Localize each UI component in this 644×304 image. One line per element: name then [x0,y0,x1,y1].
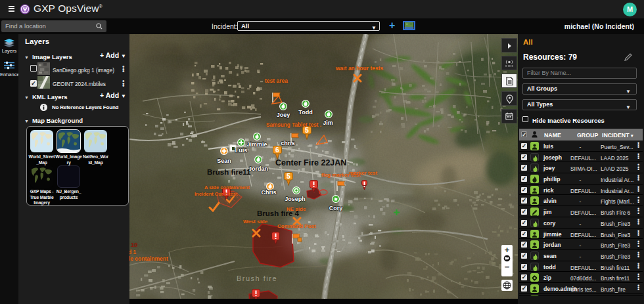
svg-text:6: 6 [275,146,279,154]
svg-text:5: 5 [287,172,290,180]
